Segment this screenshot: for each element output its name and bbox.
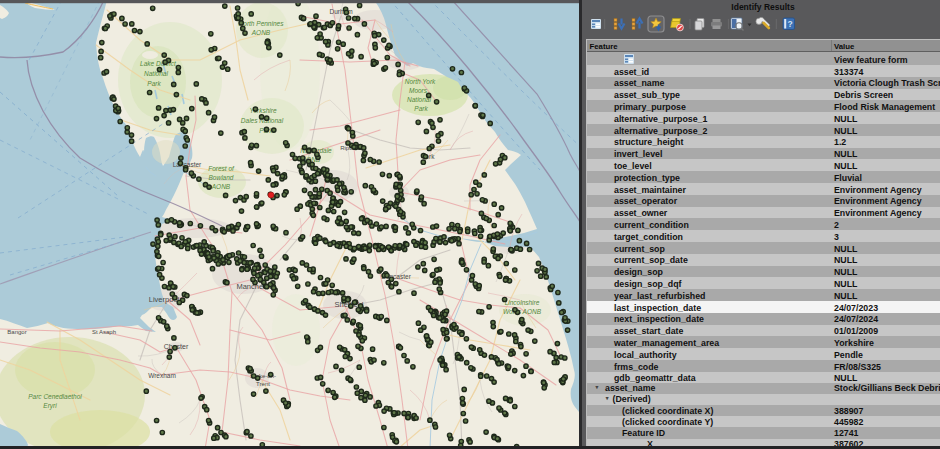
svg-text:Bowland: Bowland — [209, 174, 234, 181]
svg-text:Park: Park — [414, 105, 428, 112]
svg-text:Forest of: Forest of — [208, 165, 235, 172]
svg-text:National: National — [144, 70, 168, 77]
svg-text:Eryri: Eryri — [43, 402, 57, 410]
svg-text:Park: Park — [147, 80, 161, 87]
svg-text:Parc Cenedlaethol: Parc Cenedlaethol — [28, 393, 82, 400]
svg-text:AONB: AONB — [251, 29, 271, 36]
svg-text:Durham: Durham — [329, 8, 352, 15]
svg-text:Lake District: Lake District — [140, 60, 177, 67]
svg-text:Wrexham: Wrexham — [148, 372, 176, 379]
svg-text:Moors: Moors — [409, 87, 428, 94]
svg-text:North York: North York — [405, 78, 436, 85]
svg-text:AONB: AONB — [211, 183, 231, 190]
svg-text:St Asaph: St Asaph — [92, 329, 116, 335]
svg-text:Trent: Trent — [256, 381, 270, 387]
svg-text:North Pennines: North Pennines — [239, 20, 285, 27]
svg-text:Bangor: Bangor — [7, 329, 26, 335]
svg-text:?: ? — [787, 19, 792, 29]
svg-text:Wolds AONB: Wolds AONB — [503, 308, 542, 315]
svg-text:Lincolnshire: Lincolnshire — [505, 299, 540, 306]
